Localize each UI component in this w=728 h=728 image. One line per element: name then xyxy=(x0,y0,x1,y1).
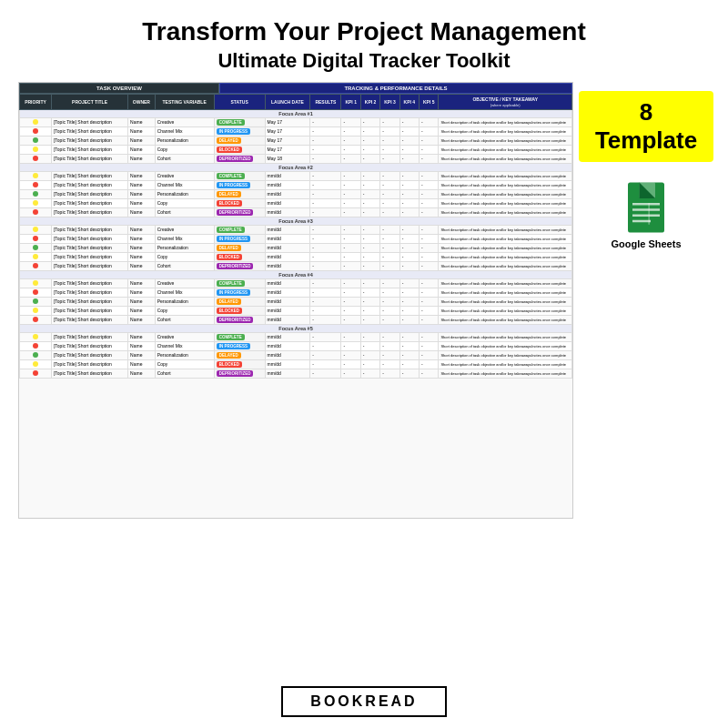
title-cell: [Topic Title] Short description xyxy=(51,315,127,324)
kpi4-cell: - xyxy=(399,145,419,154)
google-sheets-label: Google Sheets xyxy=(611,238,681,249)
kpi2-cell: - xyxy=(360,171,379,180)
priority-cell xyxy=(20,369,52,378)
title-cell: [Topic Title] Short description xyxy=(51,332,127,341)
variable-cell: Creative xyxy=(155,171,214,180)
kpi3-cell: - xyxy=(380,288,399,297)
kpi4-cell: - xyxy=(399,369,419,378)
kpi3-cell: - xyxy=(380,278,399,288)
priority-cell xyxy=(20,136,52,145)
kpi2-cell: - xyxy=(360,315,379,324)
priority-cell xyxy=(20,359,52,369)
bookread-brand: BOOKREAD xyxy=(310,693,417,709)
kpi2-cell: - xyxy=(360,261,379,270)
kpi2-cell: - xyxy=(360,297,379,306)
objective-cell: Short description of task objective and/… xyxy=(439,288,572,297)
results-cell: - xyxy=(310,117,341,126)
kpi5-cell: - xyxy=(420,198,439,207)
kpi3-cell: - xyxy=(380,243,399,252)
kpi3-cell: - xyxy=(380,154,399,163)
title-cell: [Topic Title] Short description xyxy=(51,369,127,378)
kpi2-cell: - xyxy=(360,145,379,154)
results-cell: - xyxy=(310,189,341,198)
status-cell: DELAYED xyxy=(214,297,265,306)
kpi4-cell: - xyxy=(399,117,419,126)
content-area: TASK OVERVIEW TRACKING & PERFORMANCE DET… xyxy=(18,82,710,679)
launch-cell: mm/dd xyxy=(265,171,310,180)
right-panel: 8 Template Google Sheets xyxy=(582,82,710,249)
kpi1-cell: - xyxy=(341,180,360,189)
launch-cell: mm/dd xyxy=(265,341,310,350)
table-row: [Topic Title] Short descriptionNameCopyB… xyxy=(20,145,572,154)
kpi5-cell: - xyxy=(420,369,439,378)
kpi5-cell: - xyxy=(420,154,439,163)
title-cell: [Topic Title] Short description xyxy=(51,252,127,261)
results-cell: - xyxy=(310,369,341,378)
priority-cell xyxy=(20,171,52,180)
kpi5-cell: - xyxy=(420,278,439,288)
status-cell: COMPLETE xyxy=(214,278,265,288)
objective-cell: Short description of task objective and/… xyxy=(439,117,572,126)
objective-cell: Short description of task objective and/… xyxy=(439,315,572,324)
header-subtitle: Ultimate Digital Tracker Toolkit xyxy=(217,49,510,73)
svg-rect-7 xyxy=(649,203,650,225)
variable-cell: Creative xyxy=(155,278,214,288)
priority-cell xyxy=(20,350,52,359)
table-row: [Topic Title] Short descriptionNameChann… xyxy=(20,180,572,189)
status-cell: IN PROGRESS xyxy=(214,234,265,243)
results-cell: - xyxy=(310,126,341,136)
objective-cell: Short description of task objective and/… xyxy=(439,369,572,378)
results-cell: - xyxy=(310,154,341,163)
svg-rect-3 xyxy=(632,203,660,206)
status-cell: DELAYED xyxy=(214,243,265,252)
variable-cell: Personalization xyxy=(155,350,214,359)
status-cell: IN PROGRESS xyxy=(214,341,265,350)
kpi1-cell: - xyxy=(341,171,360,180)
focus-area-row: Focus Area #1 xyxy=(20,109,572,117)
owner-cell: Name xyxy=(128,350,156,359)
objective-cell: Short description of task objective and/… xyxy=(439,154,572,163)
status-cell: BLOCKED xyxy=(214,359,265,369)
results-cell: - xyxy=(310,315,341,324)
table-row: [Topic Title] Short descriptionNameCopyB… xyxy=(20,252,572,261)
kpi2-cell: - xyxy=(360,225,379,234)
table-row: [Topic Title] Short descriptionNameChann… xyxy=(20,341,572,350)
objective-cell: Short description of task objective and/… xyxy=(439,350,572,359)
results-cell: - xyxy=(310,350,341,359)
col-results: RESULTS xyxy=(310,94,341,109)
kpi1-cell: - xyxy=(341,297,360,306)
owner-cell: Name xyxy=(128,136,156,145)
results-cell: - xyxy=(310,145,341,154)
title-cell: [Topic Title] Short description xyxy=(51,306,127,315)
kpi3-cell: - xyxy=(380,341,399,350)
kpi1-cell: - xyxy=(341,359,360,369)
kpi5-cell: - xyxy=(420,136,439,145)
kpi1-cell: - xyxy=(341,341,360,350)
launch-cell: mm/dd xyxy=(265,369,310,378)
kpi1-cell: - xyxy=(341,350,360,359)
kpi2-cell: - xyxy=(360,189,379,198)
launch-cell: May 17 xyxy=(265,136,310,145)
kpi2-cell: - xyxy=(360,332,379,341)
objective-cell: Short description of task objective and/… xyxy=(439,278,572,288)
spreadsheet-table: PRIORITY PROJECT TITLE OWNER TESTING VAR… xyxy=(19,94,572,379)
objective-cell: Short description of task objective and/… xyxy=(439,234,572,243)
status-cell: DELAYED xyxy=(214,136,265,145)
results-cell: - xyxy=(310,243,341,252)
template-badge: 8 Template xyxy=(579,91,713,162)
focus-area-row: Focus Area #3 xyxy=(20,217,572,225)
kpi5-cell: - xyxy=(420,297,439,306)
kpi3-cell: - xyxy=(380,306,399,315)
launch-cell: mm/dd xyxy=(265,297,310,306)
variable-cell: Creative xyxy=(155,332,214,341)
focus-area-row: Focus Area #4 xyxy=(20,270,572,278)
results-cell: - xyxy=(310,261,341,270)
owner-cell: Name xyxy=(128,117,156,126)
objective-cell: Short description of task objective and/… xyxy=(439,306,572,315)
priority-cell xyxy=(20,189,52,198)
google-sheets-svg xyxy=(619,180,673,235)
variable-cell: Copy xyxy=(155,145,214,154)
results-cell: - xyxy=(310,225,341,234)
results-cell: - xyxy=(310,180,341,189)
kpi1-cell: - xyxy=(341,306,360,315)
